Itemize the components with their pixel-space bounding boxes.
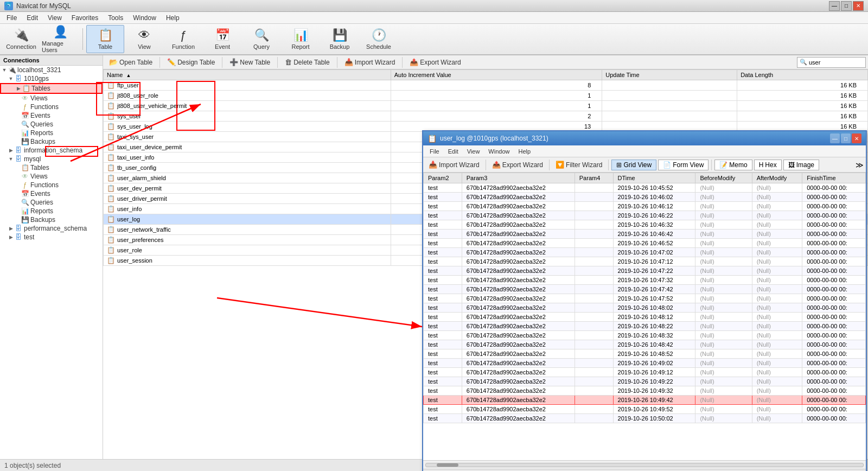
inner-menu-view[interactable]: View	[463, 147, 484, 156]
inner-col-finishtime[interactable]: FinishTime	[802, 173, 866, 183]
inner-table-row[interactable]: test 670b14728ad9902aecba32e2 2019-10-26…	[424, 368, 866, 377]
new-table-button[interactable]: ➕ New Table	[226, 56, 274, 68]
inner-table-row[interactable]: test 670b14728ad9902aecba32e2 2019-10-26…	[424, 414, 866, 423]
sidebar-item-localhost[interactable]: ▼ 🔌 localhost_3321	[0, 66, 103, 74]
toolbar-query[interactable]: 🔍 Query	[242, 25, 280, 53]
sidebar-item-perfschema[interactable]: ▶ 🗄 performance_schema	[0, 224, 103, 233]
inner-table-row[interactable]: test 670b14728ad9902aecba32e2 2019-10-26…	[424, 377, 866, 386]
inner-table-row[interactable]: test 670b14728ad9902aecba32e2 2019-10-26…	[424, 349, 866, 359]
delete-table-button[interactable]: 🗑 Delete Table	[281, 56, 334, 68]
toolbar-view[interactable]: 👁 View	[125, 25, 163, 53]
open-table-button[interactable]: 📂 Open Table	[105, 56, 156, 68]
col-name[interactable]: Name ▲	[104, 70, 391, 80]
sidebar-item-1010gps[interactable]: ▼ 🗄 1010gps	[0, 74, 103, 83]
toolbar-connection[interactable]: 🔌 Connection	[2, 25, 40, 53]
sidebar-item-tables-1010gps[interactable]: ▶ 📋 Tables	[0, 83, 103, 94]
toolbar-schedule[interactable]: 🕐 Schedule	[360, 25, 398, 53]
toolbar-manage-users[interactable]: 👤 Manage Users	[41, 25, 79, 53]
inner-import-wizard[interactable]: 📥 Import Wizard	[425, 159, 483, 170]
inner-col-param3[interactable]: Param3	[462, 173, 575, 183]
inner-menu-help[interactable]: Help	[514, 147, 535, 156]
inner-hex[interactable]: H Hex	[754, 160, 782, 170]
inner-export-wizard[interactable]: 📤 Export Wizard	[489, 159, 546, 170]
inner-table-row[interactable]: test 670b14728ad9902aecba32e2 2019-10-26…	[424, 294, 866, 303]
inner-table-row[interactable]: test 670b14728ad9902aecba32e2 2019-10-26…	[424, 276, 866, 285]
inner-table-row[interactable]: test 670b14728ad9902aecba32e2 2019-10-26…	[424, 266, 866, 276]
inner-table-row[interactable]: test 670b14728ad9902aecba32e2 2019-10-26…	[424, 303, 866, 313]
toolbar-backup[interactable]: 💾 Backup	[321, 25, 359, 53]
sidebar-item-funcs-mysql[interactable]: ƒ Functions	[0, 181, 103, 189]
inner-menu-edit[interactable]: Edit	[444, 147, 463, 156]
menu-file[interactable]: File	[2, 13, 21, 23]
inner-menu-window[interactable]: Window	[484, 147, 514, 156]
inner-table-row[interactable]: test 670b14728ad9902aecba32e2 2019-10-26…	[424, 211, 866, 220]
inner-table-row[interactable]: test 670b14728ad9902aecba32e2 2019-10-26…	[424, 285, 866, 294]
table-row[interactable]: 📋sys_user 2 16 KB	[104, 111, 868, 122]
inner-table-row[interactable]: test 670b14728ad9902aecba32e2 2019-10-26…	[424, 405, 866, 414]
inner-table-row[interactable]: test 670b14728ad9902aecba32e2 2019-10-26…	[424, 359, 866, 368]
inner-image[interactable]: 🖼 Image	[783, 160, 819, 170]
menu-window[interactable]: Window	[129, 13, 161, 23]
sidebar-item-events-1010gps[interactable]: 📅 Events	[0, 111, 103, 120]
inner-table-row[interactable]: test 670b14728ad9902aecba32e2 2019-10-26…	[424, 183, 866, 193]
inner-col-aftermodify[interactable]: AfterModify	[752, 173, 802, 183]
minimize-button[interactable]: —	[829, 1, 840, 11]
inner-table-row[interactable]: test 670b14728ad9902aecba32e2 2019-10-26…	[424, 396, 866, 405]
inner-table-row[interactable]: test 670b14728ad9902aecba32e2 2019-10-26…	[424, 230, 866, 239]
menu-edit[interactable]: Edit	[22, 13, 42, 23]
inner-expand-btn[interactable]: ≫	[856, 161, 864, 169]
inner-table-row[interactable]: test 670b14728ad9902aecba32e2 2019-10-26…	[424, 322, 866, 331]
toolbar-report[interactable]: 📊 Report	[282, 25, 320, 53]
toolbar-function[interactable]: ƒ Function	[164, 25, 202, 53]
inner-table-row[interactable]: test 670b14728ad9902aecba32e2 2019-10-26…	[424, 248, 866, 257]
inner-filter-wizard[interactable]: 🔽 Filter Wizard	[552, 159, 605, 170]
inner-close-button[interactable]: ✕	[852, 133, 861, 143]
menu-tools[interactable]: Tools	[104, 13, 127, 23]
inner-memo[interactable]: 📝 Memo	[714, 160, 752, 170]
inner-col-param4[interactable]: Param4	[575, 173, 613, 183]
inner-grid-view[interactable]: ⊞ Grid View	[611, 160, 656, 170]
sidebar-item-funcs-1010gps[interactable]: ƒ Functions	[0, 103, 103, 111]
import-wizard-button[interactable]: 📥 Import Wizard	[341, 56, 399, 68]
design-table-button[interactable]: ✏️ Design Table	[163, 56, 219, 68]
inner-table-row[interactable]: test 670b14728ad9902aecba32e2 2019-10-26…	[424, 331, 866, 340]
sidebar-item-backups-1010gps[interactable]: 💾 Backups	[0, 137, 103, 146]
sidebar-item-mysql[interactable]: ▼ 🗄 mysql	[0, 155, 103, 163]
toolbar-event[interactable]: 📅 Event	[203, 25, 241, 53]
export-wizard-button[interactable]: 📤 Export Wizard	[406, 56, 464, 68]
sidebar-item-backups-mysql[interactable]: 💾 Backups	[0, 215, 103, 224]
inner-scrollbar[interactable]	[423, 460, 866, 469]
table-row[interactable]: 📋jt808_user_vehicle_permit 1 16 KB	[104, 101, 868, 111]
menu-view[interactable]: View	[43, 13, 66, 23]
maximize-button[interactable]: □	[841, 1, 852, 11]
sidebar-item-infoschema[interactable]: ▶ 🗄 information_schema	[0, 146, 103, 155]
inner-col-param2[interactable]: Param2	[424, 173, 462, 183]
col-update-time[interactable]: Update Time	[602, 70, 737, 80]
toolbar-table[interactable]: 📋 Table	[86, 25, 124, 53]
inner-table-row[interactable]: test 670b14728ad9902aecba32e2 2019-10-26…	[424, 202, 866, 211]
sidebar-item-views-1010gps[interactable]: 👁 Views	[0, 94, 103, 103]
inner-maximize-button[interactable]: □	[841, 133, 851, 143]
sidebar-item-events-mysql[interactable]: 📅 Events	[0, 189, 103, 198]
table-row[interactable]: 📋jt808_user_role 1 16 KB	[104, 91, 868, 101]
col-auto-inc[interactable]: Auto Increment Value	[391, 70, 602, 80]
sidebar-item-reports-1010gps[interactable]: 📊 Reports	[0, 129, 103, 137]
inner-table-row[interactable]: test 670b14728ad9902aecba32e2 2019-10-26…	[424, 313, 866, 322]
inner-table-row[interactable]: test 670b14728ad9902aecba32e2 2019-10-26…	[424, 257, 866, 266]
inner-col-beforemodify[interactable]: BeforeModify	[695, 173, 752, 183]
inner-col-dtime[interactable]: DTime	[613, 173, 695, 183]
sidebar-item-test[interactable]: ▶ 🗄 test	[0, 233, 103, 241]
menu-help[interactable]: Help	[162, 13, 184, 23]
menu-favorites[interactable]: Favorites	[67, 13, 103, 23]
inner-minimize-button[interactable]: —	[830, 133, 840, 143]
inner-form-view[interactable]: 📄 Form View	[658, 160, 709, 170]
col-data-length[interactable]: Data Length	[737, 70, 868, 80]
inner-table-row[interactable]: test 670b14728ad9902aecba32e2 2019-10-26…	[424, 340, 866, 349]
table-row[interactable]: 📋ftp_user 8 16 KB	[104, 80, 868, 91]
sidebar-item-reports-mysql[interactable]: 📊 Reports	[0, 207, 103, 215]
sidebar-item-queries-mysql[interactable]: 🔍 Queries	[0, 198, 103, 207]
sidebar-item-queries-1010gps[interactable]: 🔍 Queries	[0, 120, 103, 129]
inner-table-row[interactable]: test 670b14728ad9902aecba32e2 2019-10-26…	[424, 386, 866, 396]
sidebar-item-tables-mysql[interactable]: 📋 Tables	[0, 163, 103, 172]
close-button[interactable]: ✕	[853, 1, 864, 11]
